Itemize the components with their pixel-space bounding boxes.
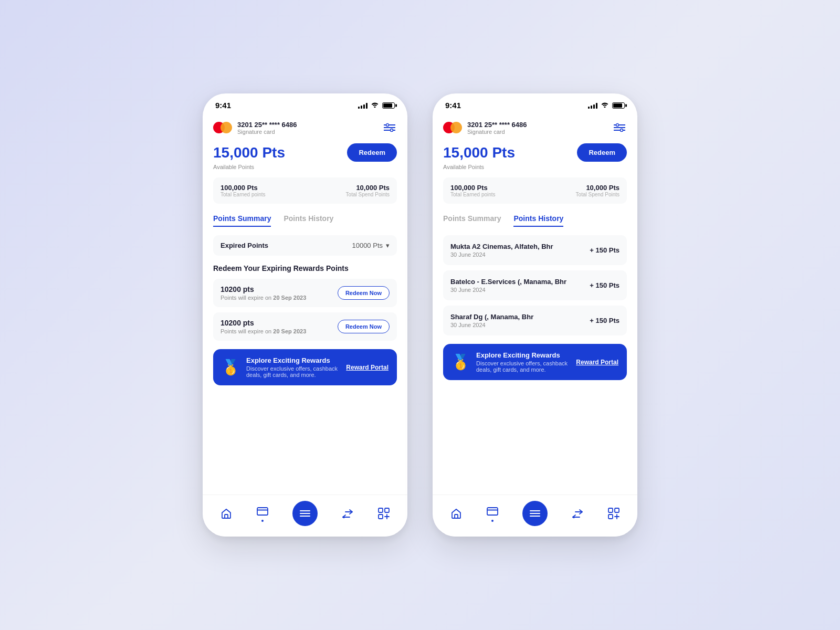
transfer-icon-1	[341, 507, 354, 520]
reward-medal-icon-2: 🥇	[452, 353, 470, 371]
points-display-2: 15,000 Pts Redeem	[443, 143, 627, 162]
expiring-date-2: Points will expire on 20 Sep 2023	[220, 328, 306, 334]
svg-rect-5	[225, 514, 228, 518]
bottom-nav-2	[433, 495, 637, 537]
card-number-2: 3201 25** **** 6486	[467, 121, 527, 129]
nav-home-2[interactable]	[450, 507, 463, 520]
status-icons-2	[588, 101, 625, 109]
filter-icon-1[interactable]	[382, 120, 397, 135]
battery-icon-2	[612, 102, 625, 109]
mastercard-logo-2	[443, 121, 462, 134]
history-pts-3: + 150 Pts	[590, 317, 620, 324]
mastercard-logo-1	[213, 121, 232, 134]
stat-earned-value-1: 100,000 Pts	[220, 184, 266, 192]
card-text-1: 3201 25** **** 6486 Signature card	[237, 121, 297, 135]
points-amount-1: 15,000 Pts	[213, 144, 285, 161]
reward-title-2: Explore Exciting Rewards	[476, 351, 570, 359]
expiring-pts-2: 10200 pts	[220, 319, 306, 327]
expired-value-1: 10000 Pts ▾	[352, 242, 390, 249]
svg-rect-29	[608, 514, 613, 519]
redeem-now-btn-2[interactable]: Redeem Now	[338, 320, 390, 333]
nav-card-1[interactable]	[256, 505, 269, 522]
card-number-1: 3201 25** **** 6486	[237, 121, 297, 129]
points-stats-2: 100,000 Pts Total Earned points 10,000 P…	[443, 177, 627, 204]
tab-summary-1[interactable]: Points Summary	[213, 214, 271, 227]
expired-label-1: Expired Points	[220, 242, 268, 249]
screens-container: 9:41	[203, 93, 637, 537]
reward-text-1: Explore Exciting Rewards Discover exclus…	[246, 356, 340, 378]
card-text-2: 3201 25** **** 6486 Signature card	[467, 121, 527, 135]
stat-spend-value-1: 10,000 Pts	[346, 184, 390, 192]
expired-points-row-1: Expired Points 10000 Pts ▾	[213, 235, 397, 256]
card-info-1: 3201 25** **** 6486 Signature card	[213, 121, 297, 135]
status-time-1: 9:41	[215, 101, 231, 110]
nav-transfer-1[interactable]	[341, 507, 354, 520]
svg-point-3	[386, 124, 389, 127]
reward-banner-2: 🥇 Explore Exciting Rewards Discover excl…	[443, 344, 627, 380]
redeem-now-btn-1[interactable]: Redeem Now	[338, 286, 390, 300]
history-merchant-3: Sharaf Dg (, Manama, Bhr	[450, 313, 533, 321]
reward-desc-1: Discover exclusive offers, cashback deal…	[246, 365, 340, 378]
home-icon-1	[220, 507, 233, 520]
nav-more-2[interactable]	[607, 507, 620, 520]
reward-portal-link-1[interactable]: Reward Portal	[346, 364, 388, 371]
nav-home-1[interactable]	[220, 507, 233, 520]
reward-banner-1: 🥇 Explore Exciting Rewards Discover excl…	[213, 349, 397, 385]
redeem-button-1[interactable]: Redeem	[347, 143, 397, 162]
more-icon-1	[377, 507, 390, 520]
expiring-item-2: 10200 pts Points will expire on 20 Sep 2…	[213, 312, 397, 341]
svg-rect-6	[257, 508, 268, 515]
nav-transfer-2[interactable]	[571, 507, 584, 520]
redeem-button-2[interactable]: Redeem	[577, 143, 627, 162]
stat-spend-2: 10,000 Pts Total Spend Points	[576, 184, 620, 197]
reward-title-1: Explore Exciting Rewards	[246, 356, 340, 364]
stat-spend-label-1: Total Spend Points	[346, 192, 390, 197]
home-icon-2	[450, 507, 463, 520]
more-icon-2	[607, 507, 620, 520]
history-pts-1: + 150 Pts	[590, 246, 620, 254]
svg-rect-27	[608, 508, 613, 512]
expiring-title-1: Redeem Your Expiring Rewards Points	[213, 264, 397, 272]
card-icon-2	[486, 505, 499, 518]
nav-more-1[interactable]	[377, 507, 390, 520]
svg-rect-21	[455, 514, 458, 518]
card-icon-1	[256, 505, 269, 518]
history-item-3: Sharaf Dg (, Manama, Bhr 30 June 2024 + …	[443, 306, 627, 335]
status-bar-1: 9:41	[203, 93, 407, 114]
phone-2: 9:41	[433, 93, 637, 537]
points-stats-1: 100,000 Pts Total Earned points 10,000 P…	[213, 177, 397, 204]
card-type-2: Signature card	[467, 129, 527, 135]
points-display-1: 15,000 Pts Redeem	[213, 143, 397, 162]
card-header-1: 3201 25** **** 6486 Signature card	[213, 120, 397, 135]
nav-menu-2[interactable]	[522, 501, 548, 526]
wifi-icon-1	[371, 101, 379, 109]
history-item-1: Mukta A2 Cinemas, Alfateh, Bhr 30 June 2…	[443, 235, 627, 265]
battery-icon-1	[382, 102, 395, 109]
tabs-1: Points Summary Points History	[213, 214, 397, 227]
reward-text-2: Explore Exciting Rewards Discover exclus…	[476, 351, 570, 373]
tab-summary-2[interactable]: Points Summary	[443, 214, 501, 227]
nav-menu-1[interactable]	[292, 501, 318, 526]
svg-rect-22	[487, 508, 498, 515]
menu-circle-2	[522, 501, 548, 526]
svg-rect-11	[379, 508, 383, 512]
history-date-1: 30 June 2024	[450, 251, 553, 258]
history-merchant-1: Mukta A2 Cinemas, Alfateh, Bhr	[450, 243, 553, 250]
card-info-2: 3201 25** **** 6486 Signature card	[443, 121, 527, 135]
filter-icon-2[interactable]	[612, 120, 627, 135]
points-amount-2: 15,000 Pts	[443, 144, 515, 161]
signal-icon-2	[588, 102, 597, 109]
tab-history-2[interactable]: Points History	[513, 214, 563, 227]
nav-card-2[interactable]	[486, 505, 499, 522]
history-item-2: Batelco - E.Services (, Manama, Bhr 30 J…	[443, 270, 627, 300]
reward-medal-icon-1: 🥇	[222, 359, 240, 376]
tab-history-1[interactable]: Points History	[284, 214, 333, 227]
svg-rect-28	[615, 508, 619, 512]
reward-portal-link-2[interactable]: Reward Portal	[576, 359, 618, 366]
svg-rect-13	[379, 514, 383, 519]
status-icons-1	[358, 101, 395, 109]
wifi-icon-2	[601, 101, 609, 109]
nav-card-dot-2	[491, 520, 494, 522]
stat-earned-label-1: Total Earned points	[220, 192, 266, 197]
stat-earned-1: 100,000 Pts Total Earned points	[220, 184, 266, 197]
